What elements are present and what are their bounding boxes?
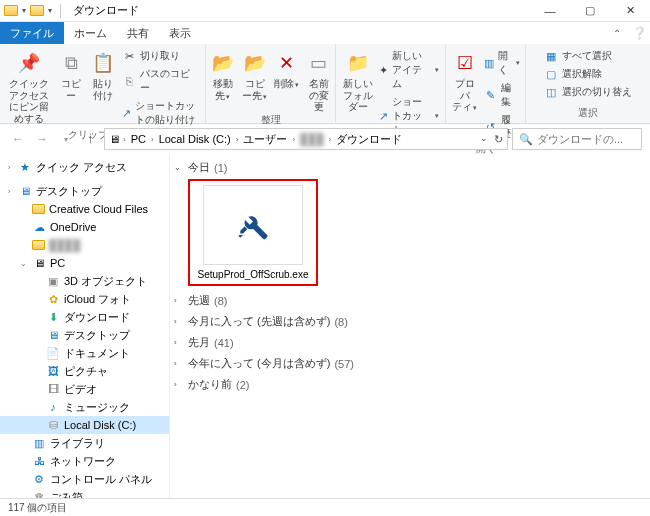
rename-button[interactable]: ▭名前 の変更 bbox=[306, 46, 332, 113]
selectnone-icon: ▢ bbox=[544, 67, 558, 81]
open-menu-button[interactable]: ▥開く ▾ bbox=[484, 48, 520, 78]
chevron-right-icon[interactable]: › bbox=[327, 135, 332, 144]
cut-button[interactable]: ✂切り取り bbox=[122, 48, 199, 64]
newfolder-icon: 📁 bbox=[345, 50, 371, 76]
chevron-right-icon[interactable]: › bbox=[174, 338, 184, 347]
group-lastweek-header[interactable]: ›先週 (8) bbox=[174, 290, 640, 311]
file-list[interactable]: ⌄ 今日 (1) SetupProd_OffScrub.exe ›先週 (8) … bbox=[170, 154, 650, 498]
move-to-button[interactable]: 📂移動先 ▾ bbox=[210, 46, 236, 101]
paste-button[interactable]: 📋 貼り付け bbox=[90, 46, 116, 101]
desktop-icon: 🖥 bbox=[46, 328, 60, 342]
help-icon[interactable]: ❔ bbox=[628, 22, 650, 44]
select-none-button[interactable]: ▢選択解除 bbox=[544, 66, 632, 82]
nav-3d[interactable]: ▣3D オブジェクト bbox=[0, 272, 169, 290]
edit-button[interactable]: ✎編集 bbox=[484, 80, 520, 110]
tab-view[interactable]: 表示 bbox=[159, 22, 201, 44]
newitem-icon: ✦ bbox=[379, 63, 388, 77]
group-thisyear-header[interactable]: ›今年に入って (今月は含めず) (57) bbox=[174, 353, 640, 374]
desktop-icon: 🖥 bbox=[18, 184, 32, 198]
select-all-button[interactable]: ▦すべて選択 bbox=[544, 48, 632, 64]
qat-dropdown-2[interactable]: ▾ bbox=[46, 6, 54, 15]
breadcrumb-drive[interactable]: Local Disk (C:) bbox=[157, 133, 233, 145]
addr-dropdown[interactable]: ⌄ bbox=[480, 133, 488, 146]
move-icon: 📂 bbox=[210, 50, 236, 76]
chevron-right-icon[interactable]: › bbox=[174, 359, 184, 368]
breadcrumb-pc[interactable]: PC bbox=[129, 133, 148, 145]
search-box[interactable]: 🔍 bbox=[512, 128, 642, 150]
nav-recycle[interactable]: 🗑ごみ箱 bbox=[0, 488, 169, 498]
nav-desktop2[interactable]: 🖥デスクトップ bbox=[0, 326, 169, 344]
nav-creative-cloud[interactable]: Creative Cloud Files bbox=[0, 200, 169, 218]
new-item-button[interactable]: ✦新しいアイテム ▾ bbox=[379, 48, 439, 92]
chevron-down-icon[interactable]: ⌄ bbox=[174, 163, 184, 172]
chevron-right-icon[interactable]: › bbox=[235, 135, 240, 144]
chevron-right-icon[interactable]: › bbox=[122, 135, 127, 144]
recent-dropdown[interactable]: ▾ bbox=[56, 129, 76, 149]
nav-pc[interactable]: ⌄🖥PC bbox=[0, 254, 169, 272]
properties-button[interactable]: ☑プロパ ティ ▾ bbox=[452, 46, 478, 113]
pin-icon: 📌 bbox=[16, 50, 42, 76]
search-input[interactable] bbox=[537, 133, 635, 145]
file-thumbnail bbox=[203, 185, 303, 265]
properties-icon: ☑ bbox=[452, 50, 478, 76]
copy-path-button[interactable]: ⎘パスのコピー bbox=[122, 66, 199, 96]
group-thismonth-header[interactable]: ›今月に入って (先週は含めず) (8) bbox=[174, 311, 640, 332]
tab-file[interactable]: ファイル bbox=[0, 22, 64, 44]
qat-dropdown[interactable]: ▾ bbox=[20, 6, 28, 15]
invert-selection-button[interactable]: ◫選択の切り替え bbox=[544, 84, 632, 100]
ribbon-collapse-icon[interactable]: ⌃ bbox=[606, 22, 628, 44]
nav-control[interactable]: ⚙コントロール パネル bbox=[0, 470, 169, 488]
chevron-right-icon[interactable]: › bbox=[174, 317, 184, 326]
nav-videos[interactable]: 🎞ビデオ bbox=[0, 380, 169, 398]
copy-to-button[interactable]: 📂コピー先 ▾ bbox=[242, 46, 268, 101]
tab-share[interactable]: 共有 bbox=[117, 22, 159, 44]
back-button[interactable]: ← bbox=[8, 129, 28, 149]
nav-desktop[interactable]: ›🖥デスクトップ bbox=[0, 182, 169, 200]
edit-icon: ✎ bbox=[484, 88, 497, 102]
paste-shortcut-button[interactable]: ↗ショートカットの貼り付け bbox=[122, 98, 199, 128]
up-button[interactable]: ↑ bbox=[80, 129, 100, 149]
nav-icloud[interactable]: ✿iCloud フォト bbox=[0, 290, 169, 308]
chevron-right-icon[interactable]: › bbox=[150, 135, 155, 144]
group-longago-header[interactable]: ›かなり前 (2) bbox=[174, 374, 640, 395]
nav-quick-access[interactable]: ›★クイック アクセス bbox=[0, 158, 169, 176]
chevron-right-icon[interactable]: › bbox=[291, 135, 296, 144]
pin-quick-access-button[interactable]: 📌 クイック アクセス にピン留めする bbox=[6, 46, 52, 124]
chevron-right-icon[interactable]: › bbox=[174, 296, 184, 305]
pc-icon: 🖥 bbox=[109, 133, 120, 145]
delete-button[interactable]: ✕削除 ▾ bbox=[274, 46, 300, 90]
nav-pictures[interactable]: 🖼ピクチャ bbox=[0, 362, 169, 380]
new-folder-button[interactable]: 📁新しい フォルダー bbox=[342, 46, 373, 113]
window-title: ダウンロード bbox=[69, 3, 139, 18]
group-select: 選択 bbox=[578, 106, 598, 121]
chevron-right-icon[interactable]: › bbox=[174, 380, 184, 389]
nav-documents[interactable]: 📄ドキュメント bbox=[0, 344, 169, 362]
nav-network[interactable]: 🖧ネットワーク bbox=[0, 452, 169, 470]
nav-local-disk[interactable]: ⛁Local Disk (C:) bbox=[0, 416, 169, 434]
refresh-icon[interactable]: ↻ bbox=[494, 133, 503, 146]
tab-home[interactable]: ホーム bbox=[64, 22, 117, 44]
nav-tree[interactable]: ›★クイック アクセス ›🖥デスクトップ Creative Cloud File… bbox=[0, 154, 170, 498]
nav-onedrive[interactable]: ☁OneDrive bbox=[0, 218, 169, 236]
copy-button[interactable]: ⧉ コピー bbox=[58, 46, 84, 101]
rename-icon: ▭ bbox=[306, 50, 332, 76]
nav-downloads[interactable]: ⬇ダウンロード bbox=[0, 308, 169, 326]
minimize-button[interactable]: ― bbox=[530, 0, 570, 22]
nav-libraries[interactable]: ▥ライブラリ bbox=[0, 434, 169, 452]
nav-blur1[interactable]: ████ bbox=[0, 236, 169, 254]
close-button[interactable]: ✕ bbox=[610, 0, 650, 22]
item-count: 117 個の項目 bbox=[8, 501, 67, 515]
maximize-button[interactable]: ▢ bbox=[570, 0, 610, 22]
copy-icon: ⧉ bbox=[58, 50, 84, 76]
address-bar[interactable]: 🖥 › PC › Local Disk (C:) › ユーザー › ███ › … bbox=[104, 128, 508, 150]
forward-button[interactable]: → bbox=[32, 129, 52, 149]
breadcrumb-users[interactable]: ユーザー bbox=[241, 132, 289, 147]
group-lastmonth-header[interactable]: ›先月 (41) bbox=[174, 332, 640, 353]
nav-music[interactable]: ♪ミュージック bbox=[0, 398, 169, 416]
file-item[interactable]: SetupProd_OffScrub.exe bbox=[188, 179, 318, 286]
group-today-header[interactable]: ⌄ 今日 (1) bbox=[174, 158, 640, 177]
breadcrumb-user[interactable]: ███ bbox=[298, 133, 325, 145]
cube-icon: ▣ bbox=[46, 274, 60, 288]
breadcrumb-downloads[interactable]: ダウンロード bbox=[334, 132, 404, 147]
open-icon: ▥ bbox=[484, 56, 494, 70]
